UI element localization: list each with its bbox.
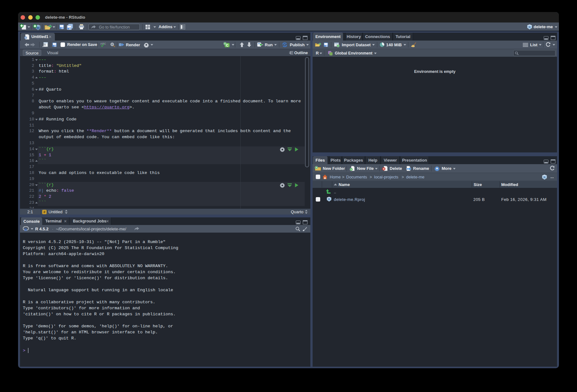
svg-text:R: R xyxy=(543,176,546,179)
svg-text:R: R xyxy=(528,25,531,29)
svg-text:R: R xyxy=(328,197,330,201)
svg-text:R: R xyxy=(37,26,40,29)
svg-text:R: R xyxy=(24,227,28,232)
svg-text:C: C xyxy=(226,44,228,47)
